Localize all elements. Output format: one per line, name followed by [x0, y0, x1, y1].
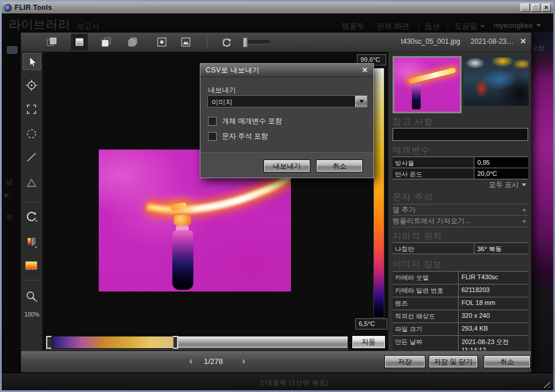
notes-input[interactable]: [393, 128, 528, 141]
page-indicator: 1/278: [204, 357, 223, 366]
nav-help-label: 도움말: [455, 21, 477, 32]
nav-options[interactable]: 옵션: [425, 21, 440, 32]
next-image-button[interactable]: ›: [242, 355, 245, 367]
window-title: FLIR Tools: [15, 4, 52, 12]
import-template-row[interactable]: 템플리트에서 가져오기... +: [393, 216, 528, 227]
chevron-down-icon: [359, 100, 364, 103]
view-mode-pip-button[interactable]: [99, 34, 115, 50]
ir-square-icon: [73, 36, 86, 48]
parameters-table: 방사율 0,95 반사 온도 20,0°C: [393, 157, 528, 179]
dropdown-arrow-button[interactable]: [355, 96, 367, 107]
checkbox-icon[interactable]: [208, 132, 217, 141]
temperature-span-slider[interactable]: [45, 335, 349, 350]
folder-icon: [7, 46, 18, 54]
gas-canister: [172, 230, 193, 290]
save-and-close-button[interactable]: 저장 및 닫기: [429, 355, 478, 368]
include-object-params-option[interactable]: 개체 매개변수 포함: [208, 116, 282, 126]
photo-icon: [179, 36, 192, 48]
plus-icon[interactable]: +: [522, 206, 528, 214]
polygon-tool-button[interactable]: [25, 176, 39, 190]
background-fragment: 날: [6, 177, 13, 187]
dialog-close-button[interactable]: ✕: [362, 66, 368, 74]
tab-report[interactable]: 보고서: [77, 21, 99, 32]
line-tool-button[interactable]: [25, 150, 39, 164]
span-min-handle[interactable]: [46, 336, 51, 349]
view-mode-ir-button[interactable]: [71, 34, 88, 50]
thermal-thumbnail[interactable]: [393, 56, 462, 113]
zoom-tool-button[interactable]: [25, 290, 39, 304]
import-template-label: 템플리트에서 가져오기...: [393, 216, 470, 226]
auto-scale-button[interactable]: 자동: [352, 335, 386, 349]
opacity-slider-handle[interactable]: [243, 37, 248, 47]
maximize-button[interactable]: □: [531, 4, 540, 12]
rail-divider: [23, 202, 40, 203]
checkbox-icon[interactable]: [208, 117, 217, 126]
view-mode-msx-button[interactable]: [154, 34, 169, 50]
nav-separator: |: [447, 21, 449, 29]
app-background: 라이브러리 보고서 템플릿 전체 화면 | 옵션 | 도움말 myeongkee…: [2, 13, 553, 390]
cancel-button[interactable]: 취소: [484, 355, 530, 368]
titlebar[interactable]: FLIR Tools _ □ ✕: [2, 2, 553, 13]
rotate-icon: [25, 210, 39, 224]
editor-filename: t430sc_05_001.jpg: [401, 37, 460, 46]
dialog-titlebar[interactable]: CSV로 내보내기 ✕: [200, 64, 373, 77]
save-button[interactable]: 저장: [384, 355, 425, 368]
nav-user-menu[interactable]: myeongkee: [494, 21, 541, 30]
info-label: 렌즈: [393, 297, 459, 310]
nav-fullscreen[interactable]: 전체 화면: [377, 21, 410, 32]
color-range-tool-button[interactable]: [25, 259, 39, 273]
image-info-heading: 이미지 정보: [393, 259, 442, 270]
export-format-value: 이미지: [211, 98, 233, 107]
param-value[interactable]: 0,95: [474, 157, 528, 168]
dialog-title: CSV로 내보내기: [206, 65, 260, 75]
view-mode-photo-button[interactable]: [178, 34, 193, 50]
editor-close-button[interactable]: ✕: [520, 37, 526, 46]
tool-rail: 100%: [21, 52, 43, 372]
param-value[interactable]: 20,0°C: [474, 168, 528, 179]
show-all-link[interactable]: 모두 표시: [489, 180, 526, 190]
editor-file-date: 2021-08-23…: [471, 37, 514, 46]
table-row: 파일 크기 293,4 KB: [393, 323, 528, 336]
span-max-handle[interactable]: [173, 336, 178, 349]
minimize-button[interactable]: _: [521, 4, 530, 12]
export-button[interactable]: 내보내기: [263, 159, 310, 172]
nav-user-label: myeongkee: [494, 21, 533, 30]
export-format-select[interactable]: 이미지: [207, 95, 367, 107]
param-label: 반사 온도: [393, 168, 474, 179]
ellipse-roi-tool-button[interactable]: [25, 127, 39, 141]
select-tool-button[interactable]: [23, 53, 41, 70]
view-mode-overlay-button[interactable]: [44, 34, 60, 50]
temperature-scale[interactable]: [373, 68, 384, 318]
scale-min-label[interactable]: 6,5°C: [355, 318, 387, 329]
status-text: 278항목 (1선택 완료): [2, 379, 553, 387]
prev-image-button[interactable]: ‹: [189, 355, 193, 367]
param-label: 방사율: [393, 157, 474, 168]
table-row: 카메라 일련 번호 62118203: [393, 285, 528, 297]
close-button[interactable]: ✕: [542, 4, 551, 12]
cursor-icon: [26, 56, 38, 68]
table-row: 적외선 해상도 320 x 240: [393, 310, 528, 323]
info-value: FLIR T430sc: [459, 272, 528, 284]
plus-icon[interactable]: +: [522, 217, 528, 226]
spot-meter-tool-button[interactable]: [25, 78, 39, 92]
background-fragment: 오전: [532, 44, 544, 53]
torch-nozzle: [171, 202, 186, 211]
palette-tool-button[interactable]: [25, 235, 39, 249]
background-fragment: 보: [6, 212, 13, 222]
line-icon: [25, 151, 38, 164]
compass-label: 나침반: [393, 243, 474, 254]
thumb-bottle: [412, 84, 421, 109]
nav-separator: |: [418, 21, 419, 29]
rotate-image-button[interactable]: [219, 34, 234, 50]
rectangle-roi-tool-button[interactable]: [25, 102, 39, 116]
tab-library[interactable]: 라이브러리: [9, 16, 70, 33]
nav-template[interactable]: 템플릿: [342, 21, 365, 32]
include-text-annotations-option[interactable]: 문자 주석 포함: [208, 131, 268, 141]
photo-thumbnail[interactable]: [463, 57, 529, 106]
add-column-row[interactable]: 열 추가 +: [393, 204, 528, 216]
nav-help[interactable]: 도움말: [455, 21, 485, 32]
spot-meter-icon: [25, 79, 38, 92]
dialog-cancel-button[interactable]: 취소: [316, 159, 363, 172]
rotate-tool-button[interactable]: [25, 210, 39, 224]
view-mode-fusion-button[interactable]: [126, 34, 141, 50]
